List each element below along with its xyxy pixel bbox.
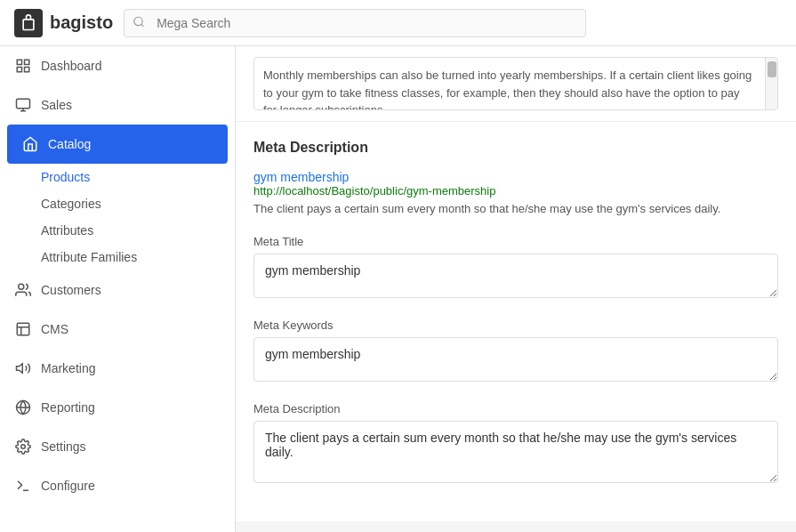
layout: Dashboard Sales Catalog Products Categor… <box>0 46 796 532</box>
sidebar-item-reporting[interactable]: Reporting <box>0 388 235 427</box>
seo-url-text: gym membership <box>253 170 778 184</box>
main-content: Monthly memberships can also be turned i… <box>236 46 796 532</box>
meta-description-input[interactable]: The client pays a certain sum every mont… <box>253 421 778 483</box>
seo-preview-box: Monthly memberships can also be turned i… <box>253 57 778 110</box>
cms-icon <box>14 320 32 338</box>
catalog-subnav: Products Categories Attributes Attribute… <box>0 164 235 270</box>
seo-url-preview: gym membership http://localhost/Bagisto/… <box>253 170 778 217</box>
sidebar-item-products[interactable]: Products <box>41 164 235 190</box>
sidebar-item-customers[interactable]: Customers <box>0 270 235 310</box>
sidebar-item-attribute-families[interactable]: Attribute Families <box>41 244 235 270</box>
settings-icon <box>14 438 32 455</box>
content-panel: Monthly memberships can also be turned i… <box>236 46 796 521</box>
seo-text-area: Monthly memberships can also be turned i… <box>236 46 796 122</box>
sidebar-item-cms[interactable]: CMS <box>0 310 235 349</box>
search-bar <box>124 9 586 37</box>
scrollbar-thumb <box>768 61 776 77</box>
logo-text: bagisto <box>50 12 113 33</box>
sidebar-item-settings[interactable]: Settings <box>0 427 235 466</box>
logo: bagisto <box>14 9 113 37</box>
svg-point-16 <box>21 445 26 449</box>
sidebar-item-configure[interactable]: Configure <box>0 466 235 505</box>
search-icon <box>133 15 145 30</box>
sidebar-item-dashboard-label: Dashboard <box>41 59 102 73</box>
search-input[interactable] <box>124 9 586 37</box>
meta-description-label: Meta Description <box>253 402 778 415</box>
meta-description-heading: Meta Description <box>253 140 778 156</box>
sidebar-item-customers-label: Customers <box>41 283 101 297</box>
svg-rect-6 <box>17 99 30 109</box>
sidebar-item-configure-label: Configure <box>41 479 95 493</box>
sidebar-item-categories[interactable]: Categories <box>41 190 235 217</box>
sidebar-item-sales-label: Sales <box>41 98 72 112</box>
svg-rect-2 <box>17 60 21 64</box>
meta-title-input[interactable]: gym membership <box>253 254 778 298</box>
configure-icon <box>14 477 32 495</box>
meta-keywords-group: Meta Keywords gym membership <box>253 318 778 384</box>
sidebar-item-marketing[interactable]: Marketing <box>0 349 235 388</box>
sidebar-item-marketing-label: Marketing <box>41 361 95 375</box>
sidebar-item-catalog[interactable]: Catalog <box>7 125 228 164</box>
scrollbar[interactable] <box>765 58 777 109</box>
meta-description-group: Meta Description The client pays a certa… <box>253 402 778 486</box>
sidebar-item-attributes[interactable]: Attributes <box>41 217 235 244</box>
customers-icon <box>14 281 32 299</box>
svg-rect-10 <box>17 323 29 335</box>
sidebar-item-cms-label: CMS <box>41 322 68 336</box>
sidebar-item-catalog-label: Catalog <box>48 137 91 151</box>
sales-icon <box>14 96 32 114</box>
sidebar-item-sales[interactable]: Sales <box>0 85 235 125</box>
meta-keywords-input[interactable]: gym membership <box>253 337 778 382</box>
logo-icon <box>14 9 43 37</box>
seo-preview-desc: The client pays a certain sum every mont… <box>253 202 720 215</box>
meta-title-group: Meta Title gym membership <box>253 235 778 301</box>
svg-line-1 <box>141 24 144 27</box>
svg-point-9 <box>19 284 24 289</box>
reporting-icon <box>14 399 32 416</box>
meta-keywords-label: Meta Keywords <box>253 318 778 332</box>
seo-url-full: http://localhost/Bagisto/public/gym-memb… <box>253 184 778 197</box>
seo-preview-text: Monthly memberships can also be turned i… <box>263 69 752 110</box>
svg-rect-3 <box>25 60 29 64</box>
svg-marker-13 <box>17 364 23 374</box>
meta-title-label: Meta Title <box>253 235 778 248</box>
catalog-icon <box>21 135 39 153</box>
marketing-icon <box>14 359 32 377</box>
sidebar-item-reporting-label: Reporting <box>41 400 95 415</box>
sidebar-item-dashboard[interactable]: Dashboard <box>0 46 235 85</box>
dashboard-icon <box>14 57 32 75</box>
header: bagisto <box>0 0 796 46</box>
sidebar: Dashboard Sales Catalog Products Categor… <box>0 46 236 532</box>
svg-rect-4 <box>17 68 21 72</box>
svg-point-0 <box>134 17 142 25</box>
svg-rect-5 <box>25 68 29 72</box>
meta-description-section: Meta Description gym membership http://l… <box>236 122 796 521</box>
sidebar-item-settings-label: Settings <box>41 439 86 454</box>
